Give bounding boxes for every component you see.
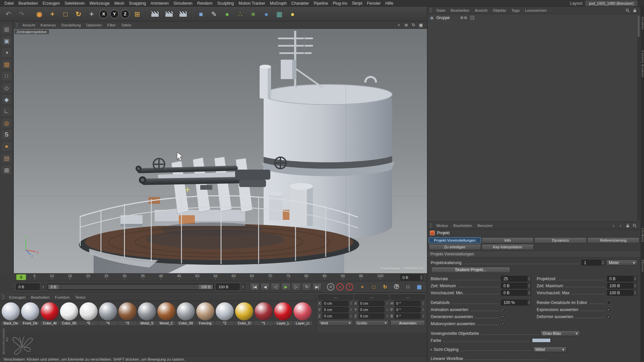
menu-item[interactable]: Hilfe	[383, 1, 396, 6]
texture-view-icon[interactable]: ▤	[1, 153, 12, 163]
tab-dynamics[interactable]: Dynamics	[534, 237, 587, 243]
clipping-select[interactable]: Mittel	[533, 347, 567, 352]
search-icon[interactable]	[625, 8, 630, 13]
spinner[interactable]	[385, 307, 389, 312]
model-mode-icon[interactable]: ◑	[1, 48, 12, 58]
size-mode-select[interactable]: Größe	[355, 320, 389, 326]
edge-mode-icon[interactable]: ◇	[1, 83, 12, 93]
viewport-menu-item[interactable]: Ansicht	[20, 23, 38, 27]
spinner[interactable]	[350, 301, 353, 306]
checkbox[interactable]	[501, 314, 505, 319]
spinner[interactable]	[385, 313, 389, 319]
project-scale-input[interactable]: 1	[582, 260, 601, 265]
object-menu-item[interactable]: Objekte	[490, 8, 509, 12]
spinner[interactable]	[350, 313, 353, 319]
menu-item[interactable]: Erzeugen	[40, 1, 62, 6]
project-scale-unit-select[interactable]: Meter	[606, 260, 637, 265]
viewport-menu-item[interactable]: Kameras	[38, 23, 59, 27]
menu-item[interactable]: Skript	[350, 1, 365, 6]
coordinate-mode-select[interactable]: Welt	[318, 320, 353, 326]
value-input[interactable]: 0 B	[607, 276, 633, 282]
position-y-input[interactable]: 0 cm	[322, 307, 348, 312]
rotate-tool-icon[interactable]: ↻	[72, 8, 85, 20]
spinner[interactable]	[422, 301, 425, 306]
value-input[interactable]: 0 B	[501, 283, 527, 289]
object-menu-item[interactable]: Tags	[509, 8, 522, 12]
object-menu-item[interactable]: Datei	[434, 8, 448, 12]
attribute-menu-item[interactable]: Bearbeiten	[451, 224, 475, 228]
visibility-toggles[interactable]	[461, 16, 467, 19]
floor-icon[interactable]: ▦	[273, 8, 286, 20]
menu-item[interactable]: Charakter	[289, 1, 312, 6]
object-menu-item[interactable]: Bearbeiten	[448, 8, 472, 12]
range-end-handle[interactable]: 100 B	[199, 285, 213, 289]
menu-item[interactable]: Mesh	[112, 1, 126, 6]
last-tool-icon[interactable]: +	[85, 8, 98, 20]
viewport-menu-item[interactable]: Filter	[105, 23, 119, 27]
layout-select[interactable]: psd_1920_1080 (Benutzer)	[585, 1, 637, 6]
timeline-panel-icon[interactable]: ▦	[414, 283, 424, 291]
pan-view-icon[interactable]: +	[395, 22, 402, 28]
position-z-input[interactable]: 0 cm	[322, 313, 348, 319]
subdivision-surface-icon[interactable]: ●	[221, 8, 233, 20]
tab-info[interactable]: Info	[482, 237, 534, 243]
viewport-filter-icon[interactable]: ▩	[1, 24, 12, 34]
render-detail-radio[interactable]	[607, 301, 611, 305]
panel-drag-handle[interactable]	[15, 22, 18, 27]
next-frame-button[interactable]: ▷	[291, 283, 301, 291]
redo-icon[interactable]: ↷	[15, 8, 28, 20]
material-item[interactable]: *3	[118, 302, 137, 325]
checkbox[interactable]	[501, 307, 505, 312]
polygon-mode-icon[interactable]: ◆	[1, 95, 12, 105]
key-rotation-icon[interactable]: ↻	[380, 283, 390, 291]
key-parameter-icon[interactable]: Ⓟ	[391, 283, 401, 291]
spinner[interactable]	[422, 307, 425, 312]
coordinate-system-icon[interactable]: ⊞	[131, 8, 144, 20]
detail-level-input[interactable]: 100 %	[501, 300, 527, 305]
dock-tab-struktur[interactable]: Struktur	[641, 17, 644, 30]
attribute-menu-item[interactable]: Benutzer	[475, 224, 495, 228]
color-swatch[interactable]	[532, 338, 551, 343]
material-item[interactable]: Color_00	[60, 302, 78, 325]
spinner[interactable]	[422, 313, 425, 319]
section-header[interactable]: Projekt-Voreinstellungen	[427, 251, 641, 257]
toggle-view-icon[interactable]: ▣	[418, 22, 424, 28]
spinner[interactable]	[633, 290, 637, 296]
menu-item[interactable]: MoGraph	[268, 1, 289, 6]
size-z-input[interactable]: 0 cm	[359, 313, 385, 319]
rotation-b-input[interactable]: 0 °	[394, 313, 421, 319]
loop-button[interactable]: ↻	[302, 283, 311, 291]
spinner[interactable]	[527, 290, 531, 296]
uv-mode-icon[interactable]: ▦	[1, 165, 12, 175]
current-frame-marker[interactable]: 0	[16, 274, 26, 280]
spinner[interactable]	[633, 276, 637, 282]
symmetry-icon[interactable]: S	[1, 130, 12, 140]
preview-range-slider[interactable]: 0 B 100 B	[47, 284, 214, 290]
spline-pen-icon[interactable]: ✎	[208, 8, 220, 20]
viewport-menu-item[interactable]: Optionen	[84, 23, 105, 27]
material-item[interactable]: *2	[215, 302, 234, 325]
end-frame-input[interactable]: 100 B	[216, 284, 239, 290]
panel-drag-handle[interactable]	[2, 295, 5, 300]
rotation-h-input[interactable]: 0 °	[394, 301, 421, 306]
object-tag-icon[interactable]	[470, 16, 474, 20]
menu-item[interactable]: Motion Tracker	[236, 1, 267, 6]
y-axis-lock[interactable]: Y	[110, 10, 119, 18]
apply-button[interactable]: Anwenden	[390, 320, 425, 326]
array-generator-icon[interactable]: ∴	[234, 8, 247, 20]
zoom-view-icon[interactable]: ⊕	[403, 22, 410, 28]
object-scrollbar[interactable]	[637, 15, 640, 221]
spinner[interactable]	[385, 301, 389, 306]
material-item[interactable]: Layer_Li	[293, 302, 312, 325]
menu-item[interactable]: Selektieren	[62, 1, 87, 6]
material-item[interactable]: Color_D	[235, 302, 254, 325]
snap-settings-icon[interactable]: ◎	[1, 118, 12, 128]
coordinate-header[interactable]: ---	[355, 295, 389, 300]
frame-spinner[interactable]	[420, 274, 424, 281]
light-icon[interactable]: ●	[286, 8, 299, 20]
rotation-p-input[interactable]: 0 °	[394, 307, 421, 312]
tab-zu-erledigen[interactable]: Zu erledigen	[429, 244, 481, 250]
attribute-menu-item[interactable]: Modus	[434, 224, 451, 228]
viewport-menu-item[interactable]: Darstellung	[59, 23, 84, 27]
current-frame-spinner[interactable]	[42, 284, 45, 290]
